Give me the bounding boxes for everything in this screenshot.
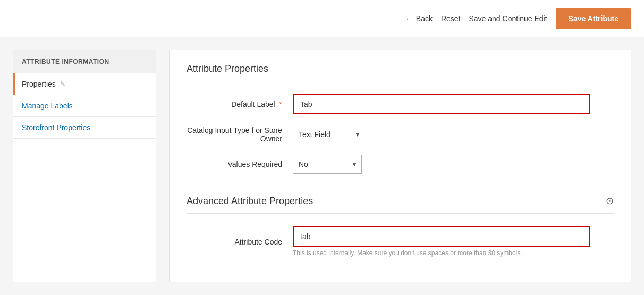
values-required-row: Values Required No Yes ▼ (187, 155, 614, 174)
sidebar-item-storefront-properties[interactable]: Storefront Properties (13, 117, 156, 139)
attribute-code-control: This is used internally. Make sure you d… (293, 226, 590, 257)
default-label-input[interactable] (293, 94, 590, 114)
back-label: Back (416, 14, 433, 23)
default-label-control (293, 94, 590, 114)
collapse-button[interactable]: ⊙ (606, 195, 614, 207)
sidebar: ATTRIBUTE INFORMATION Properties ✎ Manag… (13, 50, 156, 282)
default-label-field-label: Default Label * (187, 100, 293, 108)
default-label-row: Default Label * (187, 94, 614, 114)
values-required-control: No Yes ▼ (293, 155, 590, 174)
attribute-properties-title: Attribute Properties (187, 63, 614, 81)
main-layout: ATTRIBUTE INFORMATION Properties ✎ Manag… (0, 37, 644, 295)
catalog-input-type-text: Catalog Input Type f or Store Owner (187, 126, 282, 143)
attribute-code-row: Attribute Code This is used internally. … (187, 226, 614, 257)
attribute-code-label: Attribute Code (187, 238, 293, 246)
attribute-code-hint: This is used internally. Make sure you d… (293, 249, 590, 257)
catalog-input-type-label: Catalog Input Type f or Store Owner (187, 126, 293, 143)
sidebar-item-storefront-properties-label: Storefront Properties (22, 123, 90, 132)
content-area: Attribute Properties Default Label * Cat… (169, 50, 631, 282)
sidebar-title: ATTRIBUTE INFORMATION (13, 50, 156, 73)
required-star: * (279, 100, 282, 108)
save-continue-label: Save and Continue Edit (469, 14, 547, 23)
values-required-select[interactable]: No Yes (293, 155, 362, 174)
advanced-header: Advanced Attribute Properties ⊙ (187, 195, 614, 214)
catalog-input-type-control: Text Field Text Area Date Yes/No Multipl… (293, 125, 590, 144)
sidebar-item-manage-labels[interactable]: Manage Labels (13, 95, 156, 117)
catalog-input-type-select-wrap: Text Field Text Area Date Yes/No Multipl… (293, 125, 365, 144)
save-continue-button[interactable]: Save and Continue Edit (469, 14, 547, 23)
save-attribute-label: Save Attribute (569, 14, 618, 23)
attribute-code-input[interactable] (293, 226, 590, 247)
default-label-text: Default Label (231, 100, 275, 108)
toolbar-actions: ← Back Reset Save and Continue Edit Save… (405, 8, 631, 29)
edit-icon: ✎ (60, 80, 65, 88)
values-required-text: Values Required (228, 160, 282, 168)
collapse-icon: ⊙ (606, 196, 614, 206)
sidebar-item-properties[interactable]: Properties ✎ (13, 73, 156, 95)
advanced-properties-title: Advanced Attribute Properties (187, 196, 313, 207)
back-button[interactable]: ← Back (405, 14, 433, 23)
sidebar-item-manage-labels-label: Manage Labels (22, 102, 73, 110)
back-arrow-icon: ← (405, 14, 413, 23)
reset-label: Reset (441, 14, 461, 23)
sidebar-item-properties-label: Properties (22, 80, 56, 88)
save-attribute-button[interactable]: Save Attribute (556, 8, 631, 29)
catalog-input-type-select[interactable]: Text Field Text Area Date Yes/No Multipl… (293, 125, 365, 144)
advanced-section: Advanced Attribute Properties ⊙ Attribut… (187, 195, 614, 257)
attribute-code-text: Attribute Code (235, 238, 283, 246)
values-required-select-wrap: No Yes ▼ (293, 155, 362, 174)
values-required-label: Values Required (187, 160, 293, 168)
toolbar: ← Back Reset Save and Continue Edit Save… (0, 0, 644, 37)
catalog-input-type-row: Catalog Input Type f or Store Owner Text… (187, 125, 614, 144)
reset-button[interactable]: Reset (441, 14, 461, 23)
